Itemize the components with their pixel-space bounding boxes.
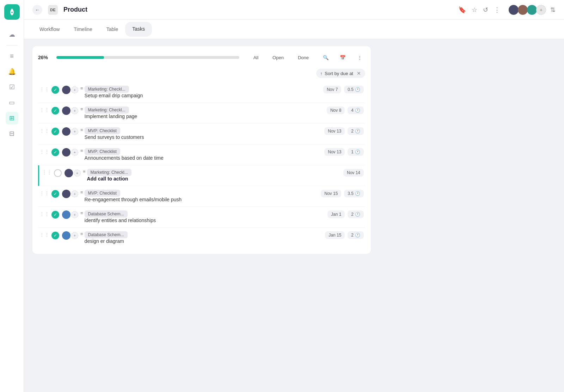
grid-icon[interactable]: ⊞: [6, 112, 18, 124]
add-assignee-button[interactable]: +: [71, 107, 78, 114]
app-logo[interactable]: [4, 4, 20, 20]
task-main: Database Schem... identify entities and …: [85, 210, 323, 224]
time-value: 0.5: [348, 87, 354, 92]
task-checkbox-done[interactable]: ✓: [51, 86, 59, 94]
drag-handle-icon[interactable]: ⋮⋮: [39, 128, 49, 134]
task-area: 26% All Open Done 🔍 📅 ⋮ ↑ Sort by due at: [24, 39, 564, 392]
task-tag[interactable]: Database Schem...: [85, 231, 128, 238]
tab-timeline[interactable]: Timeline: [67, 22, 99, 37]
task-top-row: MVP: Checklist: [85, 190, 317, 197]
drag-handle-icon[interactable]: ⋮⋮: [39, 232, 49, 238]
drag-handle-icon[interactable]: ⋮⋮: [39, 86, 49, 92]
add-assignee-button[interactable]: +: [71, 232, 78, 239]
sidebar-divider-1: [6, 45, 18, 45]
checkbox-icon[interactable]: ☑: [6, 81, 18, 93]
bell-icon[interactable]: 🔔: [6, 65, 18, 78]
task-tag[interactable]: Marketing: Checkl...: [85, 106, 129, 114]
task-avatars: +: [62, 210, 78, 219]
task-checkbox-done[interactable]: ✓: [51, 190, 59, 198]
bookmark-icon[interactable]: 🔖: [458, 6, 466, 14]
drag-handle-icon[interactable]: ⋮⋮: [39, 190, 49, 196]
add-assignee-button[interactable]: +: [71, 128, 78, 135]
tab-tasks[interactable]: Tasks: [125, 22, 152, 37]
task-checkbox-done[interactable]: ✓: [51, 128, 59, 135]
task-checkbox-done[interactable]: ✓: [51, 148, 59, 156]
back-button[interactable]: ←: [32, 5, 42, 15]
task-tag[interactable]: Database Schem...: [85, 210, 128, 218]
more-options-button[interactable]: ⋮: [354, 52, 365, 63]
add-assignee-button[interactable]: +: [71, 211, 78, 218]
task-main: MVP: Checklist Re-engagement through ema…: [85, 190, 317, 203]
avatar: [62, 127, 70, 136]
task-checkbox-empty[interactable]: [54, 169, 62, 177]
filter-open[interactable]: Open: [267, 53, 289, 62]
avatar-user3: [527, 5, 537, 15]
sort-badge[interactable]: ↑ Sort by due at ✕: [316, 69, 365, 78]
avatar: [65, 169, 73, 177]
task-title: Setup email drip campaign: [85, 93, 319, 98]
topbar-actions: 🔖 ☆ ↺ ⋮ + ⇅: [458, 5, 556, 15]
sidebar: ☁ ≡ 🔔 ☑ ▭ ⊞ ⊟: [0, 0, 24, 392]
filter-done[interactable]: Done: [292, 53, 314, 62]
task-top-row: MVP: Checklist: [85, 148, 320, 155]
due-date-badge: Nov 7: [323, 86, 341, 93]
sort-icon[interactable]: ⇅: [550, 6, 556, 14]
more-icon[interactable]: ⋮: [494, 6, 500, 14]
nav-tabs: Workflow Timeline Table Tasks: [24, 20, 564, 39]
checklist-icon: ≡: [80, 210, 83, 216]
tab-table[interactable]: Table: [99, 22, 125, 37]
topbar: ← DE Product 🔖 ☆ ↺ ⋮ + ⇅: [24, 0, 564, 20]
avatar-user1: [509, 5, 519, 15]
time-badge: 2 🕐: [348, 210, 364, 218]
drag-handle-icon[interactable]: ⋮⋮: [39, 149, 49, 154]
menu-icon[interactable]: ≡: [6, 50, 18, 62]
drag-handle-icon[interactable]: ⋮⋮: [39, 211, 49, 217]
task-right: Jan 15 2 🕐: [325, 231, 364, 239]
cloud-icon[interactable]: ☁: [6, 28, 18, 41]
task-checkbox-done[interactable]: ✓: [51, 232, 59, 239]
task-checkbox-done[interactable]: ✓: [51, 211, 59, 219]
task-right: Nov 15 3.5 🕐: [321, 190, 364, 197]
star-icon[interactable]: ☆: [472, 6, 477, 14]
task-title: Announcements based on date time: [85, 155, 320, 161]
task-tag[interactable]: Marketing: Checkl...: [85, 86, 129, 93]
task-title: identify entities and relationships: [85, 218, 323, 223]
task-right: Nov 13 1 🕐: [324, 148, 364, 156]
table-row: ⋮⋮ ✓ + ≡ MVP: Checklist Announcements ba…: [38, 145, 365, 165]
add-assignee-button[interactable]: +: [71, 149, 78, 156]
task-checkbox-done[interactable]: ✓: [51, 107, 59, 115]
task-tag[interactable]: MVP: Checklist: [85, 148, 120, 155]
clock-icon: 🕐: [355, 108, 360, 113]
table-icon[interactable]: ⊟: [6, 127, 18, 140]
rocket-icon: [8, 8, 16, 16]
task-top-row: Marketing: Checkl...: [87, 169, 339, 176]
refresh-icon[interactable]: ↺: [483, 6, 488, 14]
task-tag[interactable]: Marketing: Checkl...: [87, 169, 131, 176]
task-tag[interactable]: MVP: Checklist: [85, 127, 120, 134]
task-main: Marketing: Checkl... Add call to action: [87, 169, 339, 182]
task-tag[interactable]: MVP: Checklist: [85, 190, 120, 197]
table-row: ⋮⋮ ✓ + ≡ Marketing: Checkl... Setup emai…: [38, 82, 365, 103]
task-avatars: +: [62, 148, 78, 157]
sort-arrow-icon: ↑: [320, 71, 323, 76]
search-button[interactable]: 🔍: [320, 52, 331, 63]
checklist-icon: ≡: [80, 231, 83, 237]
drag-handle-icon[interactable]: ⋮⋮: [42, 170, 52, 175]
checklist-icon: ≡: [83, 169, 86, 174]
add-assignee-button[interactable]: +: [71, 86, 78, 93]
calendar-button[interactable]: 📅: [337, 52, 348, 63]
add-assignee-button[interactable]: +: [74, 170, 81, 177]
add-member-button[interactable]: +: [536, 5, 546, 15]
avatar: [62, 106, 70, 115]
sort-close-button[interactable]: ✕: [357, 71, 361, 76]
avatar-user2: [518, 5, 528, 15]
drag-handle-icon[interactable]: ⋮⋮: [39, 107, 49, 113]
add-assignee-button[interactable]: +: [71, 190, 78, 197]
checklist-icon: ≡: [80, 127, 83, 133]
clock-icon: 🕐: [355, 149, 360, 154]
project-avatar: DE: [48, 5, 58, 15]
tablet-icon[interactable]: ▭: [6, 96, 18, 109]
tab-workflow[interactable]: Workflow: [32, 22, 67, 37]
filter-all[interactable]: All: [248, 53, 264, 62]
time-badge: 4 🕐: [348, 106, 364, 114]
